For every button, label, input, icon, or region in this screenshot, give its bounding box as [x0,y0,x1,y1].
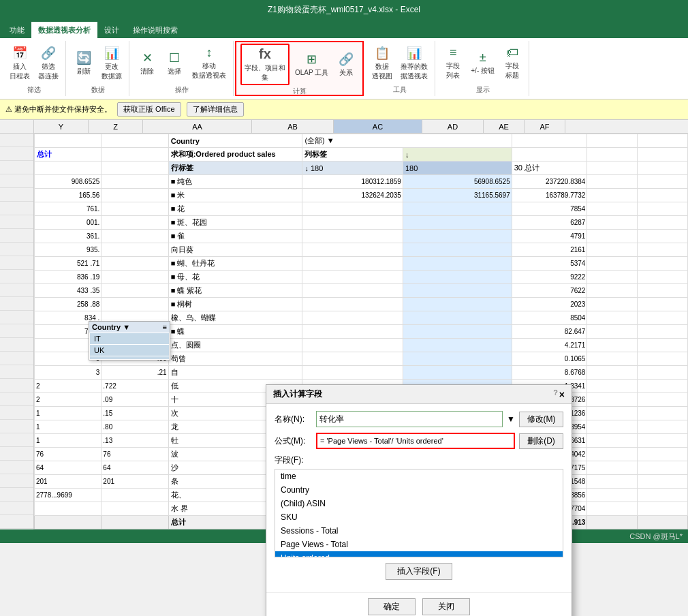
dialog-close-btn[interactable]: × [559,389,565,400]
btn-relation[interactable]: 🔗 关系 [334,50,358,79]
cell-AB13 [302,298,403,311]
country-filter-header: Country ▼ ≡ [89,322,170,333]
cell-AE4 [587,175,638,189]
cell-AC10 [403,257,512,271]
cell-AD3: 30 总计 [512,161,587,175]
btn-get-office[interactable]: 获取正版 Office [117,102,181,117]
btn-field-list[interactable]: ≡ 字段列表 [441,44,465,82]
table-row: 165.56 ■ 米 132624.2035 31165.5697 163789… [35,189,688,202]
tab-function[interactable]: 功能 [3,22,31,38]
dialog-name-dropdown[interactable]: ▼ [507,414,515,424]
cell-Y-total [35,516,101,529]
cell-Y24: 76 [35,448,101,461]
col-header-AF: AF [525,120,565,133]
tab-search[interactable]: 操作说明搜索 [126,22,185,38]
dialog-cancel-btn[interactable]: 关闭 [422,598,470,615]
field-item-units-ordered[interactable]: Units ordered [275,551,563,557]
table-row: 258 .88 ■ 桐树 2023 [35,298,688,311]
dialog-field-list[interactable]: time Country (Child) ASIN SKU Sessions -… [275,469,563,557]
field-item-page-views-total[interactable]: Page Views - Total [275,538,563,551]
insert-calculated-field-dialog[interactable]: 插入计算字段 × ? 名称(N): ▼ 修改(M) 公式(M): 删除(D) 字… [266,384,572,616]
country-other-item[interactable] [90,356,169,359]
btn-olap[interactable]: ⊞ OLAP 工具 [292,50,331,79]
field-item-sessions-total[interactable]: Sessions - Total [275,524,563,538]
tag-icon: 🏷 [506,46,518,60]
cell-AB11 [302,271,403,284]
cell-AC4: 56908.6525 [403,175,512,189]
tab-design[interactable]: 设计 [97,22,126,38]
dialog-insert-field-btn[interactable]: 插入字段(F) [386,563,452,580]
btn-refresh[interactable]: 🔄 刷新 [72,49,96,78]
cell-AD14: 8504 [512,311,587,325]
cell-AB9 [302,243,403,257]
btn-learn-more[interactable]: 了解详细信息 [187,102,244,117]
field-item-time[interactable]: time [275,469,563,483]
cell-AE11 [587,271,638,284]
btn-select[interactable]: ☐ 选择 [162,49,187,78]
cell-AF24 [638,448,688,461]
cell-AB3: ↓ 180 [302,161,403,175]
dialog-confirm-btn[interactable]: 确定 [368,598,416,615]
dialog-field-label: 字段(F): [275,455,563,466]
cell-AD13: 2023 [512,298,587,311]
ribbon-group-calc-items: fx 字段、项目和集 ⊞ OLAP 工具 🔗 关系 [240,44,358,85]
btn-clear[interactable]: ✕ 清除 [135,49,159,78]
btn-filter-connect[interactable]: 🔗 筛选器连接 [35,44,61,82]
cell-AF1 [638,134,688,148]
dialog-title-bar: 插入计算字段 × ? [266,385,572,404]
cell-AE12 [587,284,638,298]
dialog-modify-btn[interactable]: 修改(M) [519,412,563,427]
title-bar: Z1购物袋蛋壳杯_wml0517_v4.xlsx - Excel [0,0,688,19]
field-item-country[interactable]: Country [275,483,563,497]
country-filter-popup[interactable]: Country ▼ ≡ IT UK [89,321,170,360]
btn-change-source[interactable]: 📊 更改数据源 [99,44,125,82]
cell-AB1: (全部) ▼ [302,134,512,148]
cell-AA3: 行标签 [168,161,302,175]
cell-Y12: 433 .35 [35,284,101,298]
country-uk-item[interactable]: UK [90,345,169,356]
cell-AE26 [587,475,638,489]
cell-AB8 [302,230,403,243]
table-row: 总计 求和项:Ordered product sales 列标签 ↓ [35,148,688,161]
btn-fields-items-sets[interactable]: fx 字段、项目和集 [240,44,290,85]
ribbon-group-data: 🔄 刷新 📊 更改数据源 数据 [67,41,129,96]
field-item-sku[interactable]: SKU [275,510,563,524]
btn-pivot-chart[interactable]: 📋 数据透视图 [369,44,395,82]
group-label-tools: 工具 [393,84,407,95]
dialog-formula-input[interactable] [316,433,515,449]
table-row: 001. ■ 斑、花园 6287 [35,216,688,230]
cell-AB14 [302,311,403,325]
table-row: 908.6525 ■ 纯色 180312.1859 56908.6525 237… [35,175,688,189]
tab-pivot-analysis[interactable]: 数据透视表分析 [31,22,97,38]
field-item-child-asin[interactable]: (Child) ASIN [275,497,563,510]
dialog-body: 名称(N): ▼ 修改(M) 公式(M): 删除(D) 字段(F): time … [266,404,572,592]
cell-AF-total [638,516,688,529]
cell-AD6: 7854 [512,202,587,216]
cell-AF12 [638,284,688,298]
group-label-ops: 操作 [175,84,189,95]
dialog-name-input[interactable] [316,411,503,427]
btn-plus-minus[interactable]: ± +/- 按钮 [468,49,497,77]
cell-Y6: 761. [35,202,101,216]
country-it-item[interactable]: IT [90,333,169,344]
btn-insert-timeline[interactable]: 📅 插入日程表 [7,44,33,82]
table-row: 3 .21 自 8.6768 [35,366,688,380]
dialog-delete-btn[interactable]: 删除(D) [519,433,563,449]
cell-AF18 [638,366,688,380]
cell-Y18: 3 [35,366,101,380]
ribbon-group-filter-items: 📅 插入日程表 🔗 筛选器连接 [7,42,61,84]
cell-AA11: ■ 母、花 [168,271,302,284]
btn-move-pivot[interactable]: ↕ 移动数据透视表 [189,44,229,82]
btn-field-header[interactable]: 🏷 字段标题 [500,44,525,82]
cell-Z9 [101,243,168,257]
btn-recommend-pivot[interactable]: 📊 推荐的数据透视表 [398,44,431,82]
olap-icon: ⊞ [307,52,317,67]
cell-AF7 [638,216,688,230]
table-row: 935. 向日葵 2161 [35,243,688,257]
cell-AE-total [587,516,638,529]
cell-AB16 [302,339,403,352]
cell-AE27 [587,489,638,502]
cell-AF2 [638,148,688,161]
cell-Z21: .15 [101,407,168,420]
cell-AF22 [638,420,688,434]
